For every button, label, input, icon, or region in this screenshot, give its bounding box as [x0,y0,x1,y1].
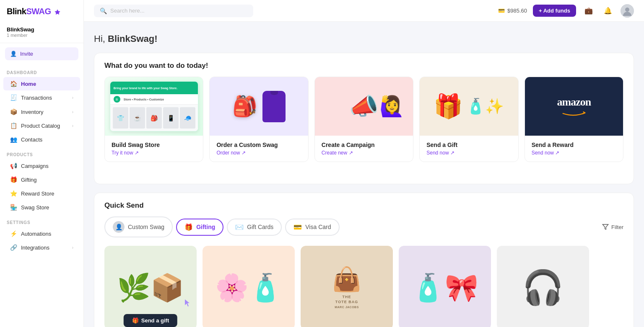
action-card-reward[interactable]: amazon Send a Reward Send now ↗ [525,77,623,162]
product-card-headphones[interactable]: 🎧 [497,246,589,327]
quick-send-title: Quick Send [104,201,623,210]
chevron-icon: › [72,245,73,250]
action-card-build-swag[interactable]: Bring your brand to life with your Swag … [104,77,203,162]
card-title-gift: Send a Gift [426,142,511,148]
card-link-swag[interactable]: Try it now ↗ [112,150,196,156]
gift-overlay-icon: 🎁 [132,317,139,324]
cursor-indicator [185,299,192,308]
tab-custom-swag-icon: 👤 [113,221,125,233]
product-card-basket[interactable]: 🧴🎀 [399,246,491,327]
sidebar-item-inventory[interactable]: 📦 Inventory › [3,105,80,118]
transactions-icon: 🧾 [10,94,17,101]
tote-emoji: 👜 [332,265,361,293]
hoodie-collar [270,91,278,95]
inventory-icon: 📦 [10,108,17,115]
headphones-emoji: 🎧 [522,268,564,307]
balance-amount: $985.60 [507,8,527,14]
briefcase-icon[interactable]: 💼 [582,4,595,18]
card-link-gift[interactable]: Send now ↗ [426,150,511,156]
swag-store-mockup: Bring your brand to life with your Swag … [110,81,198,131]
page-greeting: Hi, BlinkSwag! [94,33,634,44]
sidebar-item-gifting[interactable]: 🎁 Gifting [3,173,80,186]
action-card-send-gift[interactable]: 🎁 🧴✨ Send a Gift Send now ↗ [419,77,518,162]
integrations-icon: 🔗 [10,244,17,251]
action-card-campaign[interactable]: 📣 🙋‍♀️ Create a Campaign Create new ↗ [314,77,413,162]
quick-send-section: Quick Send 👤 Custom Swag 🎁 Gifting ✉️ Gi… [94,193,634,327]
card-link-campaign[interactable]: Create new ↗ [322,150,406,156]
filter-button[interactable]: Filter [602,224,623,230]
tab-gifting-label: Gifting [196,224,215,230]
sidebar-section-dashboard: DASHBOARD 🏠 Home 🧾 Transactions › [0,64,83,105]
card-title-custom: Order a Custom Swag [216,142,301,148]
user-avatar[interactable] [621,4,634,18]
tab-visa-card-label: Visa Card [305,224,331,230]
search-icon: 🔍 [100,8,107,14]
amazon-logo: amazon [557,96,591,117]
sidebar-item-label: Automations [21,231,51,237]
tab-gifting[interactable]: 🎁 Gifting [176,219,223,236]
mockup-avatar: B [114,96,120,103]
tab-visa-card[interactable]: 💳 Visa Card [285,219,339,236]
mini-card-5: 🧢 [180,107,195,129]
tab-gift-cards[interactable]: ✉️ Gift Cards [227,219,282,236]
sidebar-item-transactions[interactable]: 🧾 Transactions › [3,91,80,104]
action-card-img-gift: 🎁 🧴✨ [420,77,518,136]
mini-card-3: 🎒 [146,107,162,129]
sidebar-item-campaigns[interactable]: 📢 Campaigns [3,159,80,173]
quick-send-tabs: 👤 Custom Swag 🎁 Gifting ✉️ Gift Cards 💳 … [104,216,623,237]
bell-icon[interactable]: 🔔 [601,4,615,18]
action-card-body-custom: Order a Custom Swag Order now ↗ [210,136,308,162]
add-funds-button[interactable]: + Add funds [533,5,576,17]
action-card-custom-swag[interactable]: 🎒 Order a Custom Swag Order now ↗ [209,77,308,162]
section-label-settings: SETTINGS [0,214,83,227]
search-input[interactable] [110,8,247,14]
action-card-img-custom: 🎒 [210,77,308,136]
filter-label: Filter [611,224,623,230]
product-card-tote[interactable]: 👜 THETOTE BAGMARC JACOBS [301,246,393,327]
sidebar-item-home[interactable]: 🏠 Home [3,77,80,90]
main-content: Hi, BlinkSwag! What do you want to do to… [84,22,644,327]
mini-card-2: ☕ [130,107,145,129]
action-card-body-swag: Build Swag Store Try it now ↗ [105,136,203,162]
tab-custom-swag[interactable]: 👤 Custom Swag [104,216,173,237]
campaign-figure: 📣 [349,93,379,120]
product-card-plant[interactable]: 🌿📦 🎁 Send a gift [104,246,197,327]
product-img-tote: 👜 THETOTE BAGMARC JACOBS [301,246,393,327]
greeting-name: BlinkSwag! [108,33,158,44]
invite-button[interactable]: 👤 Invite [5,47,78,60]
sidebar-user: BlinkSwag 1 member [0,23,83,43]
send-gift-overlay[interactable]: 🎁 Send a gift [124,314,177,327]
tote-label: THETOTE BAGMARC JACOBS [335,295,359,309]
sidebar-section-settings: SETTINGS ⚡ Automations 🔗 Integrations › [0,214,83,255]
sidebar-section-products: PRODUCTS 📢 Campaigns 🎁 Gifting ⭐ Reward … [0,147,83,214]
sidebar-item-automations[interactable]: ⚡ Automations [3,227,80,240]
swag-mockup-body: 👕 ☕ 🎒 📱 🧢 [110,105,198,131]
user-members: 1 member [7,33,77,38]
sidebar-item-reward-store[interactable]: ⭐ Reward Store [3,187,80,200]
sidebar-item-product-catalog[interactable]: 📋 Product Catalog › [3,119,80,132]
svg-marker-2 [602,224,608,229]
search-box[interactable]: 🔍 [94,5,253,17]
balance-display: 💳 $985.60 [498,8,527,14]
wallet-icon: 💳 [498,8,505,14]
topnav-right: 💳 $985.60 + Add funds 💼 🔔 [498,4,634,18]
sidebar-item-label: Inventory [21,109,43,115]
sidebar-item-swag-store[interactable]: 🏪 Swag Store [3,201,80,214]
logo-accent: SWAG [26,7,51,16]
automations-icon: ⚡ [10,230,17,237]
action-card-body-campaign: Create a Campaign Create new ↗ [315,136,413,162]
chevron-icon: › [72,124,73,128]
custom-swag-avatar: 👤 [113,221,125,233]
card-link-reward[interactable]: Send now ↗ [532,150,616,156]
basket-emoji: 🧴🎀 [411,272,478,304]
sidebar-item-integrations[interactable]: 🔗 Integrations › [3,241,80,254]
sidebar-item-contacts[interactable]: 👥 Contacts [3,133,80,146]
backpack-emoji: 🎒 [232,95,257,118]
top-nav: 🔍 💳 $985.60 + Add funds 💼 🔔 [84,0,644,22]
product-card-orange-set[interactable]: 🌸🧴 [203,246,295,327]
card-title-campaign: Create a Campaign [322,142,406,148]
campaigns-icon: 📢 [10,162,17,169]
card-link-custom[interactable]: Order now ↗ [216,150,301,156]
invite-icon: 👤 [10,51,17,57]
swag-store-icon: 🏪 [10,204,17,211]
